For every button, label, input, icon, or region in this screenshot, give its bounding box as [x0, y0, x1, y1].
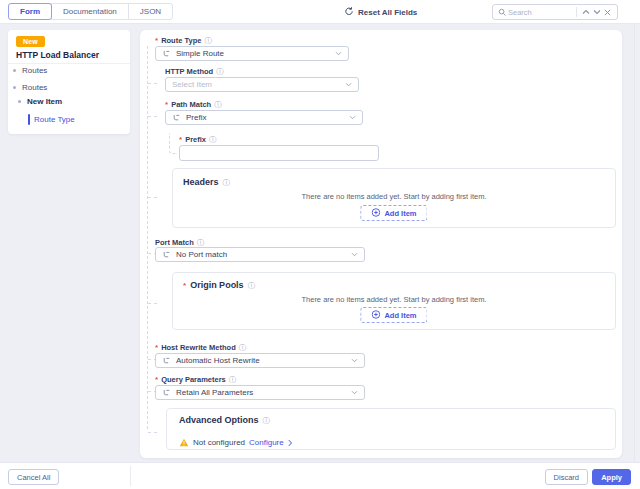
required-marker: * [165, 101, 168, 109]
search-close-button[interactable] [602, 6, 613, 18]
prefix-input[interactable] [180, 151, 378, 165]
search-next-button[interactable] [591, 6, 602, 18]
chevron-down-icon [349, 115, 356, 120]
info-icon[interactable]: ⓘ [229, 376, 237, 384]
view-tabs: Form Documentation JSON [8, 3, 173, 20]
headers-empty-text: There are no items added yet. Start by a… [173, 192, 615, 201]
advanced-options-title-row: Advanced Options ⓘ [179, 416, 270, 425]
indent-guide [148, 107, 157, 117]
required-marker: * [155, 376, 158, 384]
tree-bullet-icon [18, 100, 21, 103]
oneof-branch-icon [162, 246, 171, 264]
indent-guide [147, 46, 148, 429]
port-match-select[interactable]: No Port match [155, 247, 365, 262]
form-card: * Route Type ⓘ Simple Route HTTP Method … [140, 30, 622, 458]
tab-json[interactable]: JSON [128, 3, 173, 20]
search-box [492, 4, 618, 20]
http-method-label-row: HTTP Method ⓘ [165, 67, 224, 76]
http-method-placeholder: Select Item [172, 80, 212, 89]
http-method-label: HTTP Method [165, 68, 213, 76]
route-type-select[interactable]: Simple Route [155, 46, 349, 61]
http-method-select[interactable]: Select Item [165, 77, 359, 92]
sidebar-item-new-item[interactable]: New Item [18, 95, 62, 107]
headers-add-item-button[interactable]: Add Item [360, 205, 427, 221]
search-input[interactable] [508, 8, 573, 17]
host-rewrite-select[interactable]: Automatic Host Rewrite [155, 353, 365, 368]
port-match-value: No Port match [176, 250, 227, 259]
sidebar-item-routes-2[interactable]: Routes [13, 81, 47, 93]
tab-documentation[interactable]: Documentation [51, 3, 129, 20]
cancel-all-button[interactable]: Cancel All [8, 469, 59, 485]
oneof-branch-icon [162, 384, 171, 402]
chevron-down-icon [335, 51, 342, 56]
path-match-select[interactable]: Prefix [165, 110, 363, 125]
indent-guide [148, 188, 157, 198]
apply-button[interactable]: Apply [592, 469, 631, 485]
sidebar-item-route-type[interactable]: Route Type [34, 113, 75, 125]
sidebar-item-label: Routes [22, 83, 47, 92]
info-icon[interactable]: ⓘ [263, 417, 271, 425]
info-icon[interactable]: ⓘ [209, 136, 217, 144]
content-area: New HTTP Load Balancer Routes Routes New… [0, 24, 640, 462]
tab-form[interactable]: Form [8, 3, 52, 20]
chevron-down-icon [351, 358, 358, 363]
info-icon[interactable]: ⓘ [223, 179, 231, 187]
prefix-input-wrap [179, 145, 379, 161]
info-icon[interactable]: ⓘ [204, 37, 212, 45]
advanced-options-status-row: Not configured Configure [179, 433, 293, 451]
host-rewrite-label: Host Rewrite Method [161, 344, 236, 352]
chevron-down-icon [345, 82, 352, 87]
divider [576, 7, 577, 17]
advanced-options-configure-link[interactable]: Configure [249, 438, 284, 447]
origin-pools-section: * Origin Pools ⓘ There are no items adde… [172, 272, 616, 330]
route-type-value: Simple Route [176, 49, 224, 58]
oneof-branch-icon [162, 352, 171, 370]
required-marker: * [179, 136, 182, 144]
prefix-label: Prefix [185, 136, 206, 144]
info-icon[interactable]: ⓘ [214, 101, 222, 109]
route-type-label: Route Type [161, 37, 201, 45]
advanced-options-section: Advanced Options ⓘ Not configured Config… [166, 408, 616, 450]
oneof-branch-icon [162, 45, 171, 63]
headers-title-row: Headers ⓘ [183, 178, 230, 187]
chevron-down-icon [351, 390, 358, 395]
origin-pools-title: Origin Pools [190, 281, 244, 290]
oneof-branch-icon [172, 109, 181, 127]
sidebar-title: HTTP Load Balancer [16, 50, 99, 60]
sidebar-item-label: Routes [22, 66, 47, 75]
reset-all-fields-button[interactable]: Reset All Fields [344, 4, 417, 20]
prefix-label-row: * Prefix ⓘ [179, 135, 216, 144]
selected-indicator [28, 114, 30, 125]
info-icon[interactable]: ⓘ [239, 344, 247, 352]
origin-pools-title-row: * Origin Pools ⓘ [183, 281, 255, 290]
sidebar-item-label: Route Type [34, 115, 75, 124]
chevron-down-icon [351, 252, 358, 257]
query-parameters-value: Retain All Parameters [176, 388, 253, 397]
divider [130, 466, 131, 486]
scrollbar-track[interactable] [634, 24, 640, 462]
origin-pools-empty-text: There are no items added yet. Start by a… [173, 295, 615, 304]
origin-pools-add-item-button[interactable]: Add Item [360, 307, 427, 323]
footer-bar: Cancel All Discard Apply [0, 462, 640, 489]
indent-guide [148, 423, 157, 433]
tree-bullet-icon [13, 86, 16, 89]
reset-all-fields-label: Reset All Fields [358, 8, 417, 17]
required-marker: * [183, 282, 186, 290]
info-icon[interactable]: ⓘ [248, 282, 256, 290]
query-parameters-select[interactable]: Retain All Parameters [155, 385, 365, 400]
discard-button[interactable]: Discard [545, 469, 588, 485]
chevron-right-icon[interactable] [288, 433, 293, 451]
info-icon[interactable]: ⓘ [197, 239, 205, 247]
host-rewrite-value: Automatic Host Rewrite [176, 356, 260, 365]
path-match-value: Prefix [186, 113, 206, 122]
sidebar-item-routes-1[interactable]: Routes [13, 64, 47, 76]
advanced-options-status: Not configured [193, 438, 245, 447]
info-icon[interactable]: ⓘ [216, 68, 224, 76]
headers-section: Headers ⓘ There are no items added yet. … [172, 168, 616, 228]
advanced-options-title: Advanced Options [179, 416, 259, 425]
reset-icon [344, 6, 354, 18]
indent-guide [148, 74, 157, 84]
port-match-label: Port Match [155, 239, 194, 247]
search-icon [497, 6, 508, 18]
search-prev-button[interactable] [580, 6, 591, 18]
